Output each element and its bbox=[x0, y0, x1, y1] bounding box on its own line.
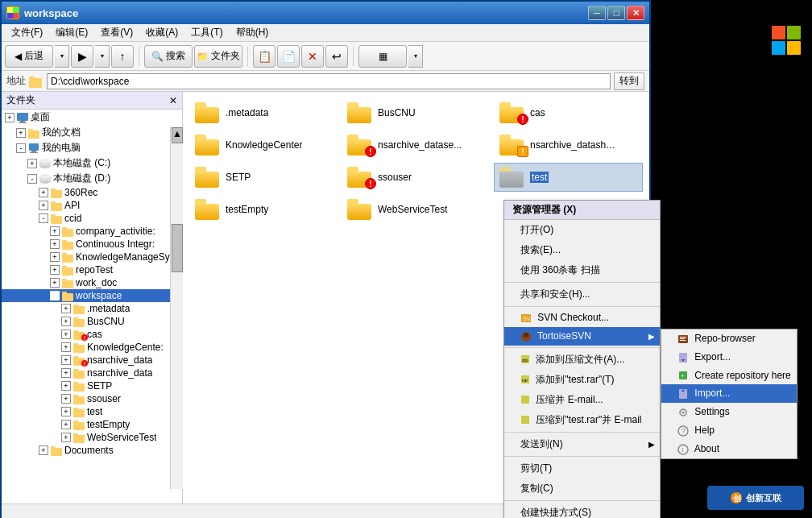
minimize-button[interactable]: ─ bbox=[588, 6, 606, 20]
tree-item-desktop[interactable]: + 桌面 bbox=[2, 110, 182, 125]
tree-item-webservicetest[interactable]: + WebServiceTest bbox=[2, 431, 182, 444]
tree-item-continuous[interactable]: + Continuous Integr: bbox=[2, 238, 182, 251]
maximize-button[interactable]: □ bbox=[607, 6, 625, 20]
ctx-open[interactable]: 打开(O) bbox=[504, 220, 660, 240]
ctx-cut[interactable]: 剪切(T) bbox=[504, 458, 660, 479]
tree-item-repotest[interactable]: + repoTest bbox=[2, 263, 182, 276]
folder-testempty-icon bbox=[72, 419, 85, 430]
menu-tools[interactable]: 工具(T) bbox=[184, 24, 229, 41]
scroll-thumb[interactable] bbox=[172, 224, 183, 272]
delete-button[interactable]: ✕ bbox=[301, 45, 324, 68]
menu-favorites[interactable]: 收藏(A) bbox=[139, 24, 184, 41]
tree-item-ssouser[interactable]: + ssouser bbox=[2, 392, 182, 405]
tree-item-mycomputer[interactable]: - 我的电脑 bbox=[2, 140, 182, 155]
menu-help[interactable]: 帮助(H) bbox=[230, 24, 276, 41]
views-dropdown[interactable]: ▾ bbox=[408, 45, 423, 68]
file-item-ssouser[interactable]: ! ssouser bbox=[342, 163, 491, 192]
search-button[interactable]: 🔍 搜索 bbox=[144, 45, 193, 68]
close-button[interactable]: ✕ bbox=[627, 6, 644, 20]
tree-item-documents2[interactable]: + Documents bbox=[2, 444, 182, 457]
tree-item-test[interactable]: + test bbox=[2, 405, 182, 418]
ctx-sendto[interactable]: 发送到(N) ▶ bbox=[504, 434, 660, 454]
tree-item-documents[interactable]: + 我的文档 bbox=[2, 125, 182, 140]
ctx-repo-browser[interactable]: Repo-browser bbox=[661, 329, 797, 348]
file-item-testempty[interactable]: testEmpty bbox=[189, 195, 338, 224]
folder-setp-icon bbox=[72, 380, 85, 392]
ctx-create-repo[interactable]: + Create repository here bbox=[661, 367, 797, 385]
file-folder-icon-kc bbox=[195, 135, 221, 155]
tree-item-metadata[interactable]: + .metadata bbox=[2, 302, 182, 315]
svg-rect-7 bbox=[20, 121, 25, 122]
address-input[interactable] bbox=[47, 73, 611, 89]
ctx-compress-rar-email[interactable]: 压缩到"test.rar"并 E-mail bbox=[504, 410, 660, 430]
copy-button[interactable]: 📄 bbox=[277, 45, 300, 68]
tree-item-kc[interactable]: + KnowledgeCente: bbox=[2, 341, 182, 354]
ctx-sep4 bbox=[504, 432, 660, 433]
tree-item-km[interactable]: + KnowledgeManageSy: bbox=[2, 251, 182, 263]
tree-item-drive-c[interactable]: + 本地磁盘 (C:) bbox=[2, 155, 182, 171]
file-item-metadata[interactable]: .metadata bbox=[189, 98, 338, 127]
file-item-test[interactable]: test bbox=[494, 163, 643, 192]
ctx-create-shortcut[interactable]: 创建快捷方式(S) bbox=[504, 503, 660, 518]
ctx-svn-checkout[interactable]: SVN SVN Checkout... bbox=[504, 309, 660, 327]
tree-item-setp[interactable]: + SETP bbox=[2, 379, 182, 392]
svg-rect-0 bbox=[7, 7, 13, 13]
file-item-nsarchive1[interactable]: ! nsarchive_datase... bbox=[342, 131, 491, 160]
tree-item-nsarchive2[interactable]: + nsarchive_data bbox=[2, 367, 182, 379]
file-item-nsarchive2[interactable]: ! nsarchive_datashare bbox=[494, 131, 643, 160]
ctx-share[interactable]: 共享和安全(H)... bbox=[504, 284, 660, 305]
menu-edit[interactable]: 编辑(E) bbox=[49, 24, 94, 41]
folder-workspace-icon bbox=[61, 290, 74, 301]
close-panel-button[interactable]: ✕ bbox=[169, 95, 177, 106]
svg-rect-33 bbox=[62, 266, 67, 268]
tree-item-360rec[interactable]: + 360Rec bbox=[2, 186, 182, 199]
folder-button[interactable]: 📁 文件夹 bbox=[194, 45, 242, 68]
ctx-add-rar[interactable]: rar 添加到"test.rar"(T) bbox=[504, 370, 660, 390]
ctx-export[interactable]: Export... bbox=[661, 348, 797, 367]
scrollbar[interactable]: ▲ bbox=[170, 126, 183, 489]
back-button[interactable]: ◀ 后退 bbox=[5, 45, 53, 68]
forward-dropdown[interactable]: ▾ bbox=[95, 45, 110, 68]
move-icon: 📋 bbox=[258, 50, 271, 63]
svg-rect-58 bbox=[73, 435, 85, 443]
tree-item-buscnu[interactable]: + BusCNU bbox=[2, 315, 182, 328]
scroll-up[interactable]: ▲ bbox=[172, 127, 183, 143]
file-item-webservicetest[interactable]: WebServiceTest bbox=[342, 195, 491, 224]
menu-view[interactable]: 查看(V) bbox=[94, 24, 139, 41]
tree-item-company[interactable]: + company_activitie: bbox=[2, 225, 182, 238]
brand-icon: 创 bbox=[730, 491, 743, 504]
forward-button[interactable]: ▶ bbox=[71, 45, 93, 68]
svg-rect-8 bbox=[19, 122, 27, 123]
menu-file[interactable]: 文件(F) bbox=[5, 24, 49, 41]
ctx-help[interactable]: ? Help bbox=[661, 421, 797, 440]
ctx-add-archive[interactable]: zip 添加到压缩文件(A)... bbox=[504, 350, 660, 370]
svg-rect-49 bbox=[73, 369, 78, 371]
tree-item-nsarchive1[interactable]: + ! nsarchive_data bbox=[2, 354, 182, 367]
file-item-cas[interactable]: ! cas bbox=[494, 98, 643, 127]
tree-item-api[interactable]: + API bbox=[2, 199, 182, 212]
tree-item-drive-d[interactable]: - 本地磁盘 (D:) bbox=[2, 171, 182, 186]
back-dropdown[interactable]: ▾ bbox=[55, 45, 69, 68]
ctx-about[interactable]: i About bbox=[661, 440, 797, 458]
views-button[interactable]: ▦ bbox=[358, 45, 407, 68]
file-item-buscnu[interactable]: BusCNU bbox=[342, 98, 491, 127]
svg-rect-12 bbox=[31, 151, 36, 152]
tree-item-workspace[interactable]: - workspace bbox=[2, 289, 182, 302]
ctx-import[interactable]: Import... bbox=[661, 384, 797, 403]
ctx-360scan[interactable]: 使用 360杀毒 扫描 bbox=[504, 260, 660, 280]
tree-item-testempty[interactable]: + testEmpty bbox=[2, 418, 182, 431]
tree-item-ccid[interactable]: - ccid bbox=[2, 212, 182, 225]
ctx-compress-email[interactable]: 压缩并 E-mail... bbox=[504, 390, 660, 410]
ctx-tortoisesvn[interactable]: TortoiseSVN ▶ bbox=[504, 327, 660, 346]
undo-button[interactable]: ↩ bbox=[325, 45, 348, 68]
go-button[interactable]: 转到 bbox=[614, 73, 644, 90]
ctx-copy[interactable]: 复制(C) bbox=[504, 479, 660, 499]
tree-item-workdoc[interactable]: + work_doc bbox=[2, 276, 182, 289]
file-item-setp[interactable]: SETP bbox=[189, 163, 338, 192]
tree-item-cas[interactable]: + ! cas bbox=[2, 328, 182, 341]
ctx-search[interactable]: 搜索(E)... bbox=[504, 240, 660, 260]
file-item-kc[interactable]: KnowledgeCenter bbox=[189, 131, 338, 160]
ctx-settings[interactable]: Settings bbox=[661, 403, 797, 421]
move-button[interactable]: 📋 bbox=[253, 45, 276, 68]
up-button[interactable]: ↑ bbox=[111, 45, 134, 68]
